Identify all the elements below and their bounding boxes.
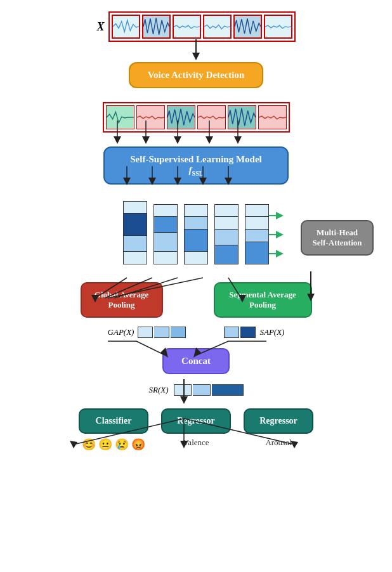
emoji-row: 😊 😐 😢 😡	[82, 438, 145, 452]
sr-fv-2	[193, 384, 211, 396]
mha-label: Multi-Head Self-Attention	[313, 228, 362, 247]
sr-label: SR(X)	[148, 385, 168, 395]
ssl-box: Self-Supervised Learning Model fSSL	[103, 146, 289, 185]
feat-block-2-2	[154, 217, 178, 233]
waveform-svg-5	[235, 15, 261, 39]
vad-seg-3	[167, 105, 195, 129]
wave-seg-4	[203, 15, 232, 39]
sap-label: Segmental Average Pooling	[229, 290, 296, 309]
classifier-label: Classifier	[96, 416, 132, 426]
features-mha-row: Multi-Head Self-Attention	[12, 201, 380, 264]
sr-row: SR(X)	[148, 384, 243, 396]
feat-block-1-2	[123, 214, 147, 236]
feat-block-5-1	[245, 204, 269, 217]
vad-output-waveform	[103, 102, 290, 133]
arousal-sublabel: Arousal	[265, 438, 291, 448]
feat-col-4	[214, 204, 238, 264]
sap-box: Segmental Average Pooling	[214, 282, 312, 318]
emoji-2: 😐	[98, 438, 112, 452]
gap-abbr-label: GAP(X)	[108, 327, 134, 337]
feat-col-2	[154, 204, 178, 264]
waveform-svg-2	[143, 15, 169, 39]
feat-block-4-3	[214, 230, 238, 245]
ssl-label-line2: fSSL	[130, 165, 262, 177]
valence-sublabel: Valence	[183, 438, 209, 448]
feature-columns	[123, 201, 269, 264]
sap-fv-1	[224, 327, 239, 338]
feat-block-2-1	[154, 204, 178, 217]
vad-seg-2	[136, 105, 165, 129]
gap-label: Global Average Pooling	[95, 290, 148, 309]
feat-block-5-3	[245, 230, 269, 242]
regressor-valence-box: Regressor	[161, 408, 231, 434]
waveform-svg-3	[174, 15, 200, 39]
emoji-4: 😡	[131, 438, 145, 452]
svg-marker-44	[180, 396, 188, 404]
sap-feat-vector	[224, 327, 256, 338]
feat-block-3-4	[184, 252, 208, 264]
vad-box: Voice Activity Detection	[129, 62, 264, 88]
waveform-svg-6	[265, 15, 291, 39]
regressor-1-label: Regressor	[177, 416, 215, 426]
regressor-valence-col: Regressor Valence	[161, 408, 231, 448]
vad-seg-4	[197, 105, 226, 129]
emoji-1: 😊	[82, 438, 96, 452]
vad-seg-5	[228, 105, 256, 129]
svg-marker-46	[70, 441, 77, 448]
feat-block-3-3	[184, 230, 208, 252]
feat-block-2-4	[154, 252, 178, 264]
input-waveform	[108, 11, 296, 42]
waveform-svg-1	[113, 15, 139, 39]
emoji-3: 😢	[115, 438, 129, 452]
svg-marker-10	[206, 136, 213, 144]
classifier-col: Classifier 😊 😐 😢 😡	[79, 408, 148, 452]
gap-output: GAP(X)	[108, 327, 186, 338]
sap-fv-2	[240, 327, 256, 338]
feat-block-3-1	[184, 204, 208, 217]
wave-seg-5	[233, 15, 262, 39]
feat-col-1	[123, 201, 147, 264]
wave-seg-6	[264, 15, 292, 39]
svg-marker-1	[192, 53, 200, 60]
feat-col-5	[245, 204, 269, 264]
classifier-box: Classifier	[79, 408, 148, 434]
feat-block-1-3	[123, 236, 147, 252]
pooling-row: Global Average Pooling Segmental Average…	[18, 282, 374, 318]
gap-fv-2	[154, 327, 169, 338]
input-label: X	[96, 20, 104, 34]
mha-box: Multi-Head Self-Attention	[301, 220, 374, 256]
svg-marker-7	[114, 136, 121, 144]
wave-seg-1	[112, 15, 140, 39]
svg-line-38	[136, 341, 165, 355]
input-row: X	[96, 11, 295, 42]
regressor-arousal-box: Regressor	[244, 408, 313, 434]
feat-block-4-1	[214, 204, 238, 217]
ssl-label-line1: Self-Supervised Learning Model	[130, 154, 262, 165]
sap-abbr-label: SAP(X)	[259, 327, 284, 337]
sr-feat-vector	[174, 384, 244, 396]
svg-marker-9	[174, 136, 181, 144]
svg-marker-8	[142, 136, 150, 144]
gap-sap-output-row: GAP(X) SAP(X)	[37, 327, 355, 338]
sr-fv-1	[174, 384, 192, 396]
feat-block-3-2	[184, 217, 208, 230]
regressor-arousal-col: Regressor Arousal	[244, 408, 313, 448]
diagram: X	[0, 0, 392, 572]
gap-fv-3	[171, 327, 186, 338]
feat-col-3	[184, 204, 208, 264]
regressor-2-label: Regressor	[259, 416, 297, 426]
vad-seg-1	[106, 105, 134, 129]
feat-block-1-4	[123, 252, 147, 264]
vad-label: Voice Activity Detection	[148, 70, 245, 80]
sap-output: SAP(X)	[224, 327, 284, 338]
wave-seg-2	[142, 15, 171, 39]
feat-block-1-1	[123, 201, 147, 214]
sr-fv-3	[212, 384, 244, 396]
feat-block-5-4	[245, 242, 269, 264]
svg-marker-11	[234, 136, 242, 144]
feat-block-5-2	[245, 217, 269, 230]
output-row: Classifier 😊 😐 😢 😡 Regressor Valence Reg…	[79, 408, 313, 452]
feat-block-4-4	[214, 245, 238, 264]
gap-feat-vector	[138, 327, 186, 338]
feat-block-2-3	[154, 233, 178, 252]
